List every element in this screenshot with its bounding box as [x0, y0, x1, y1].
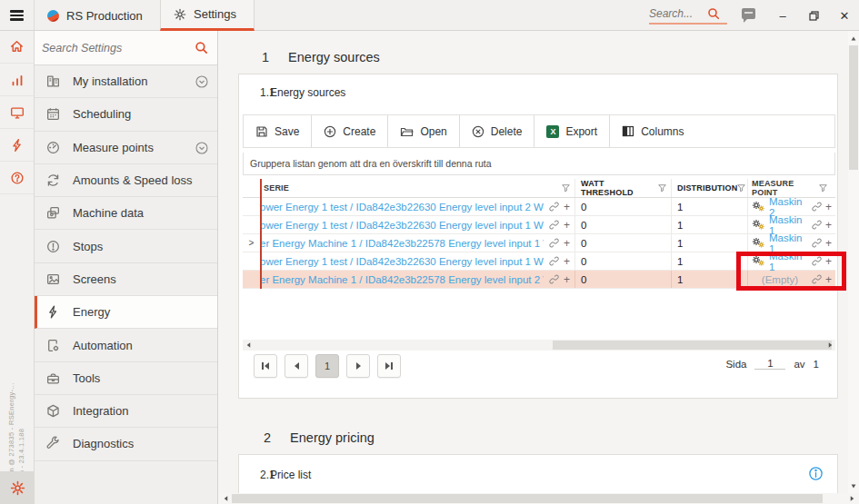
- menu-item-automation[interactable]: Automation: [35, 329, 217, 361]
- scrollbar-thumb[interactable]: [232, 494, 823, 503]
- table-row[interactable]: ower Energy 1 test / IDa842e3b22630 Ener…: [243, 198, 835, 216]
- current-page-button[interactable]: 1: [315, 354, 339, 378]
- add-icon[interactable]: +: [564, 202, 570, 212]
- page-vertical-scrollbar[interactable]: [848, 31, 859, 493]
- group-by-bar[interactable]: Gruppera listan genom att dra en överskr…: [243, 153, 835, 175]
- scroll-down-arrow[interactable]: [848, 480, 859, 491]
- watt-cell[interactable]: 0: [575, 198, 672, 215]
- chevron-down-icon[interactable]: [195, 142, 208, 154]
- page-number-input[interactable]: [754, 358, 785, 370]
- link-icon[interactable]: [549, 274, 559, 284]
- link-icon[interactable]: [549, 220, 559, 230]
- measure-point-cell[interactable]: Maskin 2 +: [748, 198, 835, 215]
- rail-stats-button[interactable]: [0, 64, 34, 96]
- menu-item-energy[interactable]: Energy: [35, 296, 217, 329]
- table-horizontal-scrollbar[interactable]: [243, 340, 835, 351]
- menu-item-stops[interactable]: Stops: [35, 230, 217, 262]
- page-horizontal-scrollbar[interactable]: [218, 493, 859, 504]
- add-icon[interactable]: +: [825, 202, 832, 212]
- serie-link[interactable]: ower Energy 1 test / IDa842e3b22630 Ener…: [260, 202, 544, 212]
- rail-help-button[interactable]: [0, 162, 34, 194]
- rail-energy-button[interactable]: [0, 129, 34, 162]
- scrollbar-thumb[interactable]: [849, 45, 858, 170]
- rail-home-button[interactable]: [0, 31, 34, 64]
- add-icon[interactable]: +: [825, 238, 832, 249]
- scroll-left-arrow[interactable]: [220, 493, 231, 504]
- filter-icon[interactable]: [737, 184, 745, 193]
- chevron-down-icon[interactable]: [195, 75, 208, 88]
- distribution-cell[interactable]: 1: [672, 234, 748, 252]
- column-distribution[interactable]: DISTRIBUTION: [672, 179, 748, 197]
- tab-rs-production[interactable]: RS Production: [35, 0, 160, 31]
- scroll-right-arrow[interactable]: [846, 493, 857, 504]
- rail-screens-button[interactable]: [0, 96, 34, 129]
- column-measure-point[interactable]: MEASURE POINT: [748, 179, 835, 197]
- close-button[interactable]: ✕: [831, 0, 858, 31]
- search-icon[interactable]: [707, 7, 720, 20]
- menu-item-machine-data[interactable]: Machine data: [35, 197, 217, 230]
- add-icon[interactable]: +: [564, 256, 570, 267]
- prev-page-button[interactable]: [285, 354, 308, 378]
- tab-settings[interactable]: Settings: [160, 0, 255, 31]
- next-page-button[interactable]: [346, 354, 370, 378]
- add-icon[interactable]: +: [825, 220, 832, 231]
- search-icon[interactable]: [195, 41, 208, 54]
- scroll-left-arrow[interactable]: [243, 340, 254, 351]
- watt-cell[interactable]: 0: [575, 252, 672, 270]
- create-button[interactable]: Create: [312, 115, 388, 147]
- scrollbar-thumb[interactable]: [553, 341, 832, 350]
- link-icon[interactable]: [812, 220, 822, 230]
- scroll-up-arrow[interactable]: [848, 33, 859, 44]
- hamburger-button[interactable]: [0, 0, 35, 31]
- link-icon[interactable]: [549, 238, 559, 248]
- measure-point-cell[interactable]: Maskin 1 +: [748, 216, 835, 233]
- menu-item-screens[interactable]: Screens: [35, 263, 217, 296]
- menu-item-diagnostics[interactable]: Diagnostics: [35, 428, 217, 460]
- minimize-button[interactable]: –: [769, 0, 796, 31]
- restore-button[interactable]: [800, 0, 827, 31]
- delete-button[interactable]: Delete: [460, 115, 535, 147]
- scroll-right-arrow[interactable]: [824, 340, 835, 351]
- export-button[interactable]: X Export: [534, 115, 610, 147]
- open-button[interactable]: Open: [388, 115, 459, 147]
- watt-cell[interactable]: 0: [575, 216, 672, 233]
- serie-link[interactable]: ower Energy 1 test / IDa842e3b22630 Ener…: [260, 256, 544, 267]
- rail-settings-button[interactable]: [0, 471, 35, 504]
- titlebar-search[interactable]: [649, 5, 727, 25]
- table-row[interactable]: > er Energy Machine 1 / IDa842e3b22578 E…: [243, 234, 835, 252]
- filter-icon[interactable]: [819, 184, 827, 193]
- serie-link[interactable]: er Energy Machine 1 / IDa842e3b22578 Ene…: [260, 238, 544, 249]
- add-icon[interactable]: +: [564, 220, 570, 231]
- last-page-button[interactable]: [377, 354, 401, 378]
- distribution-cell[interactable]: 1: [672, 198, 748, 215]
- column-serie[interactable]: SERIE: [260, 179, 575, 197]
- watt-cell[interactable]: 0: [575, 234, 672, 252]
- first-page-button[interactable]: [254, 354, 277, 378]
- menu-item-amounts-speed-loss[interactable]: Amounts & Speed loss: [35, 164, 217, 197]
- feedback-chat-icon[interactable]: [742, 8, 755, 19]
- table-row[interactable]: ower Energy 1 test / IDa842e3b22630 Ener…: [243, 216, 835, 234]
- measure-point-cell[interactable]: Maskin 1 +: [748, 234, 835, 252]
- menu-item-integration[interactable]: Integration: [35, 395, 217, 428]
- settings-search[interactable]: [35, 31, 217, 65]
- column-watt-threshold[interactable]: WATT THRESHOLD: [575, 179, 672, 197]
- menu-item-my-installation[interactable]: My installation: [35, 65, 217, 98]
- add-icon[interactable]: +: [564, 274, 570, 285]
- serie-link[interactable]: ower Energy 1 test / IDa842e3b22630 Ener…: [260, 220, 544, 231]
- link-icon[interactable]: [549, 256, 559, 266]
- watt-cell[interactable]: 0: [575, 271, 672, 288]
- link-icon[interactable]: [812, 202, 822, 212]
- filter-icon[interactable]: [562, 184, 570, 193]
- serie-link[interactable]: er Energy Machine 1 / IDa842e3b22578 Ene…: [260, 274, 544, 285]
- expand-arrow-icon[interactable]: >: [243, 234, 260, 252]
- distribution-cell[interactable]: 1: [672, 216, 748, 233]
- link-icon[interactable]: [812, 238, 822, 248]
- menu-item-tools[interactable]: Tools: [35, 362, 217, 395]
- save-button[interactable]: Save: [244, 115, 312, 147]
- columns-button[interactable]: Columns: [610, 115, 695, 147]
- settings-search-input[interactable]: [42, 42, 195, 54]
- info-icon[interactable]: [808, 466, 824, 481]
- menu-item-measure-points[interactable]: Measure points: [35, 132, 217, 164]
- filter-icon[interactable]: [658, 184, 666, 193]
- menu-item-scheduling[interactable]: Scheduling: [35, 98, 217, 131]
